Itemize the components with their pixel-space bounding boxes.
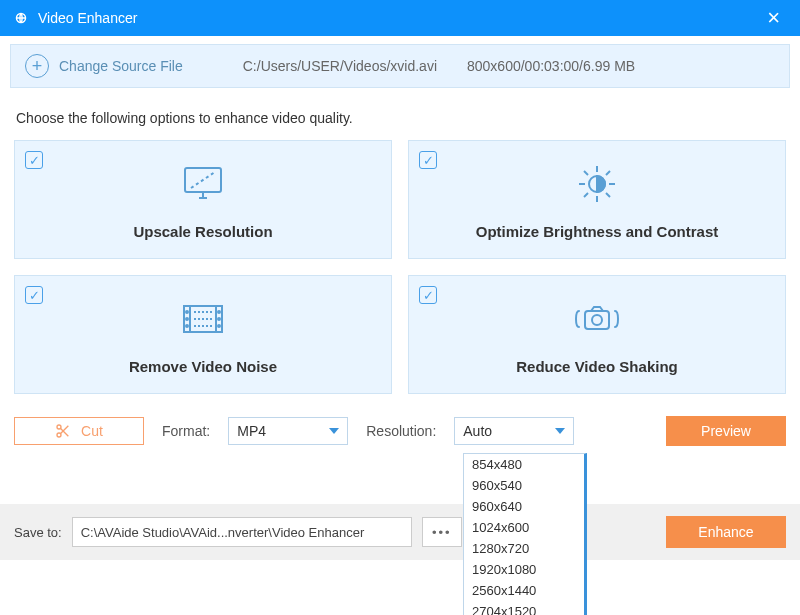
enhance-button[interactable]: Enhance xyxy=(666,516,786,548)
monitor-icon xyxy=(27,159,379,209)
change-source-button[interactable]: + Change Source File xyxy=(25,54,183,78)
controls-row: Cut Format: MP4 Resolution: Auto Preview xyxy=(0,394,800,446)
source-filepath: C:/Users/USER/Videos/xvid.avi xyxy=(243,58,437,74)
option-remove-noise[interactable]: ✓ Remove Video Noise xyxy=(14,275,392,394)
options-grid: ✓ Upscale Resolution ✓ Optimize Brightne… xyxy=(0,140,800,394)
checkbox-icon[interactable]: ✓ xyxy=(419,286,437,304)
window-title: Video Enhancer xyxy=(38,10,759,26)
chevron-down-icon xyxy=(329,428,339,434)
dropdown-item[interactable]: 960x540 xyxy=(464,475,584,496)
svg-rect-26 xyxy=(585,311,609,329)
preview-label: Preview xyxy=(701,423,751,439)
titlebar: Video Enhancer × xyxy=(0,0,800,36)
resolution-dropdown[interactable]: 854x480 960x540 960x640 1024x600 1280x72… xyxy=(463,453,587,615)
svg-point-19 xyxy=(186,325,188,327)
enhance-label: Enhance xyxy=(698,524,753,540)
dropdown-item[interactable]: 854x480 xyxy=(464,454,584,475)
svg-point-27 xyxy=(592,315,602,325)
svg-line-13 xyxy=(606,171,610,175)
instruction-text: Choose the following options to enhance … xyxy=(0,88,800,140)
source-toolbar: + Change Source File C:/Users/USER/Video… xyxy=(10,44,790,88)
option-upscale-resolution[interactable]: ✓ Upscale Resolution xyxy=(14,140,392,259)
checkbox-icon[interactable]: ✓ xyxy=(25,151,43,169)
resolution-label: Resolution: xyxy=(366,423,436,439)
svg-point-17 xyxy=(186,311,188,313)
brightness-icon xyxy=(421,159,773,209)
svg-line-2 xyxy=(191,172,215,188)
source-fileinfo: 800x600/00:03:00/6.99 MB xyxy=(467,58,635,74)
svg-line-10 xyxy=(584,171,588,175)
svg-point-21 xyxy=(218,318,220,320)
dropdown-item[interactable]: 2704x1520 xyxy=(464,601,584,615)
preview-button[interactable]: Preview xyxy=(666,416,786,446)
checkbox-icon[interactable]: ✓ xyxy=(419,151,437,169)
dropdown-item[interactable]: 1280x720 xyxy=(464,538,584,559)
save-row: Save to: ••• Enhance xyxy=(0,504,800,560)
svg-point-22 xyxy=(218,325,220,327)
option-label: Remove Video Noise xyxy=(27,358,379,381)
camera-shake-icon xyxy=(421,294,773,344)
film-icon xyxy=(27,294,379,344)
option-brightness-contrast[interactable]: ✓ Optimize Brightness and Contrast xyxy=(408,140,786,259)
checkbox-icon[interactable]: ✓ xyxy=(25,286,43,304)
dropdown-item[interactable]: 1920x1080 xyxy=(464,559,584,580)
dropdown-item[interactable]: 960x640 xyxy=(464,496,584,517)
svg-point-20 xyxy=(218,311,220,313)
browse-button[interactable]: ••• xyxy=(422,517,462,547)
app-icon xyxy=(12,9,30,27)
save-to-label: Save to: xyxy=(14,525,62,540)
option-label: Optimize Brightness and Contrast xyxy=(421,223,773,246)
dropdown-item[interactable]: 1024x600 xyxy=(464,517,584,538)
cut-label: Cut xyxy=(81,423,103,439)
resolution-select[interactable]: Auto xyxy=(454,417,574,445)
chevron-down-icon xyxy=(555,428,565,434)
format-select[interactable]: MP4 xyxy=(228,417,348,445)
dropdown-item[interactable]: 2560x1440 xyxy=(464,580,584,601)
close-icon[interactable]: × xyxy=(759,5,788,31)
cut-button[interactable]: Cut xyxy=(14,417,144,445)
plus-icon: + xyxy=(25,54,49,78)
svg-point-18 xyxy=(186,318,188,320)
scissors-icon xyxy=(55,423,71,439)
option-label: Reduce Video Shaking xyxy=(421,358,773,381)
option-reduce-shaking[interactable]: ✓ Reduce Video Shaking xyxy=(408,275,786,394)
option-label: Upscale Resolution xyxy=(27,223,379,246)
format-value: MP4 xyxy=(237,423,266,439)
svg-line-12 xyxy=(584,193,588,197)
format-label: Format: xyxy=(162,423,210,439)
resolution-value: Auto xyxy=(463,423,492,439)
svg-line-11 xyxy=(606,193,610,197)
change-source-label: Change Source File xyxy=(59,58,183,74)
save-path-input[interactable] xyxy=(72,517,412,547)
